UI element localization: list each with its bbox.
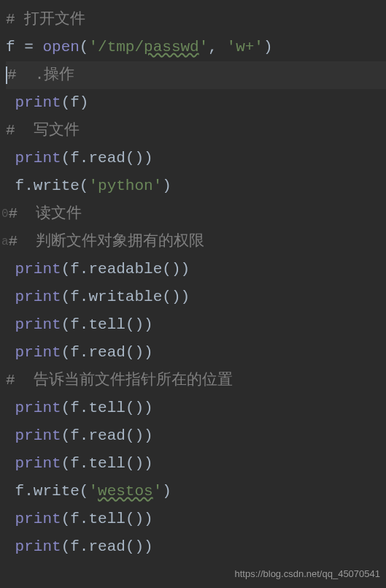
gutter-char: 0 <box>1 204 9 225</box>
close-paren: ) <box>134 339 144 367</box>
method-name: tell <box>88 311 125 339</box>
code-line[interactable]: print(f.read()) <box>6 422 386 450</box>
string-literal: ' <box>88 478 98 505</box>
comment-text: # 读文件 <box>9 200 82 228</box>
indent <box>6 283 15 311</box>
open-paren: ( <box>61 450 71 478</box>
open-paren: ( <box>126 450 135 478</box>
indent <box>6 256 15 283</box>
indent <box>6 339 15 367</box>
dot-operator: . <box>80 339 89 367</box>
code-line[interactable]: print(f.read()) <box>6 145 386 172</box>
dot-operator: . <box>80 256 89 283</box>
builtin-func: print <box>15 505 61 533</box>
method-name: write <box>34 478 80 505</box>
code-line[interactable]: print(f.tell()) <box>6 450 386 478</box>
close-paren: ) <box>134 533 144 561</box>
builtin-func: print <box>15 283 61 311</box>
indent <box>6 89 15 117</box>
open-paren: ( <box>61 311 71 339</box>
builtin-func: open <box>42 34 79 61</box>
dot-operator: . <box>24 172 34 200</box>
code-line[interactable]: print(f.tell()) <box>6 505 386 533</box>
open-paren: ( <box>61 422 71 450</box>
code-line[interactable]: f = open('/tmp/passwd', 'w+') <box>6 34 386 61</box>
close-paren: ) <box>134 422 144 450</box>
code-editor[interactable]: # 打开文件f = open('/tmp/passwd', 'w+')# .操作… <box>6 6 386 561</box>
close-paren: ) <box>162 478 171 505</box>
indent <box>6 311 15 339</box>
close-paren: ) <box>144 145 153 172</box>
method-name: read <box>88 422 125 450</box>
method-name: read <box>88 145 125 172</box>
code-line[interactable]: # .操作 <box>6 61 386 89</box>
open-paren: ( <box>162 256 171 283</box>
code-line[interactable]: print(f.read()) <box>6 339 386 367</box>
close-paren: ) <box>134 450 144 478</box>
open-paren: ( <box>61 256 71 283</box>
variable-ref: f <box>70 311 80 339</box>
close-paren: ) <box>134 394 144 422</box>
code-line[interactable]: print(f) <box>6 89 386 117</box>
variable-name: f <box>6 34 15 61</box>
string-literal: ' <box>153 478 163 505</box>
comment-text: # 写文件 <box>6 117 80 145</box>
close-paren: ) <box>144 339 153 367</box>
string-literal: 'w+' <box>227 34 263 61</box>
variable-ref: f <box>70 533 80 561</box>
open-paren: ( <box>126 533 135 561</box>
code-line[interactable]: # 告诉当前文件指针所在的位置 <box>6 367 386 394</box>
variable-ref: f <box>70 450 80 478</box>
builtin-func: print <box>15 422 61 450</box>
open-paren: ( <box>61 339 71 367</box>
string-literal-warn: passwd <box>144 34 199 61</box>
builtin-func: print <box>15 256 61 283</box>
close-paren: ) <box>134 311 144 339</box>
indent <box>6 394 15 422</box>
close-paren: ) <box>144 450 153 478</box>
code-line[interactable]: print(f.writable()) <box>6 283 386 311</box>
dot-operator: . <box>80 450 89 478</box>
code-line[interactable]: print(f.tell()) <box>6 311 386 339</box>
open-paren: ( <box>61 505 71 533</box>
string-literal-warn: westos <box>98 478 153 505</box>
code-line[interactable]: a# 判断文件对象拥有的权限 <box>6 228 386 256</box>
code-line[interactable]: 0# 读文件 <box>6 200 386 228</box>
variable-ref: f <box>70 256 80 283</box>
code-line[interactable]: print(f.read()) <box>6 533 386 561</box>
method-name: write <box>34 172 80 200</box>
builtin-func: print <box>15 394 61 422</box>
open-paren: ( <box>61 283 71 311</box>
variable-ref: f <box>15 172 25 200</box>
dot-operator: . <box>80 533 89 561</box>
variable-ref: f <box>70 505 80 533</box>
open-paren: ( <box>126 505 135 533</box>
close-paren: ) <box>144 533 153 561</box>
indent <box>6 478 15 505</box>
open-paren: ( <box>126 339 135 367</box>
open-paren: ( <box>126 394 135 422</box>
close-paren: ) <box>171 283 181 311</box>
code-line[interactable]: # 写文件 <box>6 117 386 145</box>
comment-text: # 告诉当前文件指针所在的位置 <box>6 367 233 394</box>
close-paren: ) <box>263 34 273 61</box>
code-line[interactable]: f.write('python') <box>6 172 386 200</box>
close-paren: ) <box>134 145 144 172</box>
code-line[interactable]: # 打开文件 <box>6 6 386 34</box>
variable-ref: f <box>70 422 80 450</box>
indent <box>6 145 15 172</box>
assign-operator: = <box>15 34 43 61</box>
code-line[interactable]: print(f.tell()) <box>6 394 386 422</box>
dot-operator: . <box>80 283 89 311</box>
code-line[interactable]: print(f.readable()) <box>6 256 386 283</box>
watermark-text: https://blog.csdn.net/qq_45070541 <box>235 565 381 582</box>
code-line[interactable]: f.write('westos') <box>6 478 386 505</box>
builtin-func: print <box>15 339 61 367</box>
close-paren: ) <box>144 422 153 450</box>
open-paren: ( <box>126 422 135 450</box>
method-name: read <box>88 339 125 367</box>
dot-operator: . <box>80 311 89 339</box>
dot-operator: . <box>80 394 89 422</box>
string-literal: 'python' <box>88 172 162 200</box>
builtin-func: print <box>15 145 61 172</box>
